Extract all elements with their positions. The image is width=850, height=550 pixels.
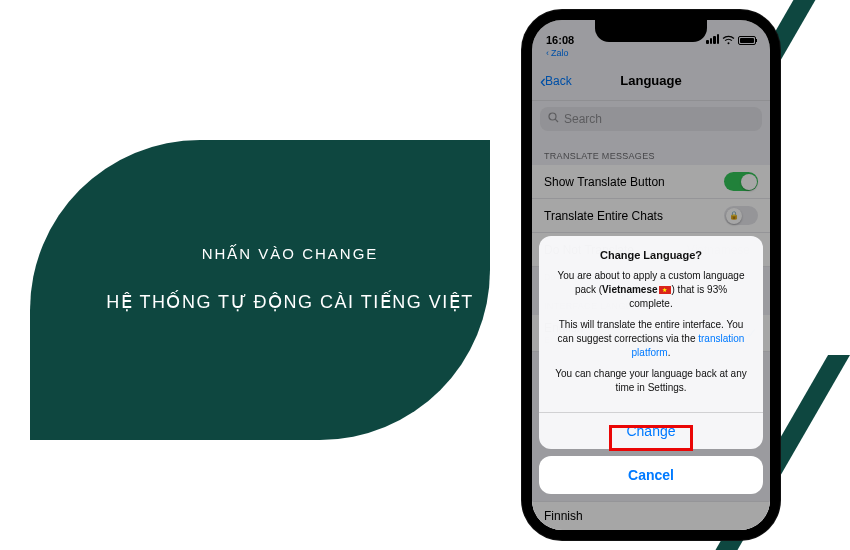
dialog-paragraph-3: You can change your language back at any… <box>553 367 749 395</box>
phone-mockup: 16:08 ‹ Zalo ‹ Back Language Search <box>522 10 780 540</box>
phone-screen: 16:08 ‹ Zalo ‹ Back Language Search <box>532 20 770 530</box>
phone-notch <box>595 20 707 42</box>
cancel-button[interactable]: Cancel <box>539 456 763 494</box>
caption-line2: HỆ THỐNG TỰ ĐỘNG CÀI TIẾNG VIỆT <box>90 291 490 313</box>
change-button[interactable]: Change <box>539 412 763 449</box>
dialog-title: Change Language? <box>553 248 749 263</box>
caption-line1: NHẤN VÀO CHANGE <box>90 245 490 263</box>
change-language-dialog: Change Language? You are about to apply … <box>539 236 763 494</box>
vietnam-flag-icon <box>659 286 671 294</box>
instruction-caption: NHẤN VÀO CHANGE HỆ THỐNG TỰ ĐỘNG CÀI TIẾ… <box>90 245 490 313</box>
dialog-paragraph-2: This will translate the entire interface… <box>553 318 749 360</box>
dialog-paragraph-1: You are about to apply a custom language… <box>553 269 749 311</box>
